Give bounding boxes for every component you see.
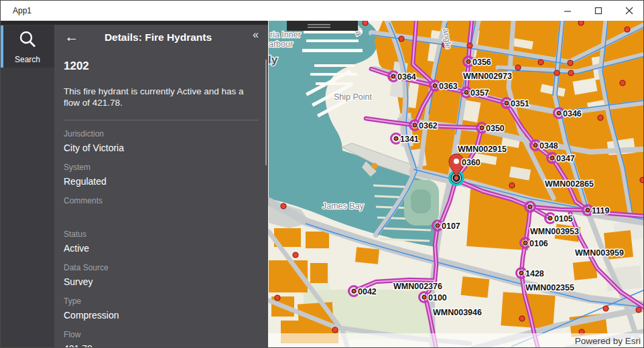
panel-title: Details: Fire Hydrants [81,31,235,44]
minimize-button[interactable] [552,1,583,21]
hydrant-label: 1119 [592,206,609,215]
collapse-panel-button[interactable]: « [253,29,259,41]
hydrant-label: 0363 [439,82,458,91]
hydrant-label: 0346 [563,109,582,118]
hydrant-label: 0347 [556,154,575,163]
divider [64,120,259,120]
main-label: WMN003946 [433,308,482,317]
field-comments: Comments [64,196,258,209]
field-label: Jurisdiction [64,129,258,139]
window-title: App1 [13,6,31,15]
place-label-ship-point: Ship Point [334,92,373,102]
park-inner [411,189,431,213]
field-label: Status [64,230,258,239]
maximize-icon [594,7,602,15]
map-view[interactable]: 0364 0356 0363 0357 0351 0346 0362 0350 … [268,21,644,348]
hydrant-label: 0356 [472,58,491,67]
field-system: System Regulated [64,163,258,187]
field-value: 421.78 [64,343,258,348]
hydrant-label: 1341 [400,135,419,144]
search-icon [1,29,54,52]
field-flow: Flow 421.78 [64,330,258,348]
field-data-source: Data Source Survey [64,263,258,287]
field-jurisdiction: Jurisdiction City of Victoria [64,129,258,153]
fuel-dock-marker [372,163,378,169]
main-label: WMN002915 [458,145,507,154]
nav-rail: Search [1,25,54,348]
map-overlay-handle[interactable] [287,21,358,31]
main-label: WMN002973 [463,72,512,81]
field-label: Comments [64,196,258,205]
hydrant-label: 1428 [525,269,544,278]
field-value: Regulated [64,176,258,187]
main-label: WMN002865 [545,179,594,189]
field-label: Data Source [64,263,258,272]
minimize-icon [564,7,572,15]
hydrant-label: 0107 [442,222,460,231]
hydrant-label: 0364 [397,72,416,82]
sidebar-item-search[interactable]: Search [1,25,54,68]
feature-id-heading: 1202 [64,60,89,73]
hydrant-label: 0348 [539,141,558,151]
place-label: arbour [269,39,293,49]
feature-description: This fire hydrant is currently Active an… [64,86,259,108]
hydrant-label: 0351 [511,99,529,108]
field-label: System [64,163,258,172]
field-status: Status Active [64,230,258,254]
maximize-button[interactable] [583,1,614,21]
main-label: WMN003959 [575,248,624,258]
main-label: WMN002376 [393,282,442,291]
field-type: Type Compression [64,296,258,321]
hydrant-label: 0105 [554,214,573,224]
hydrant-label: 0100 [428,293,447,302]
attribution-text: Powered by Esri [575,336,641,346]
field-value: Compression [64,310,258,321]
main-label: WMN003953 [530,227,579,236]
place-label-james-bay: James Bay [322,201,365,211]
hydrant-label: 0350 [486,124,505,133]
field-label: Type [64,296,258,306]
selected-hydrant-label: 0360 [462,158,480,167]
field-value: City of Victoria [64,143,258,153]
field-label: Flow [64,330,258,339]
field-value: Survey [64,276,258,287]
back-button[interactable]: ← [61,26,82,48]
main-label: WMN002355 [525,283,574,292]
hydrant-label: 0042 [358,287,377,296]
search-label: Search [1,55,54,64]
field-value: Active [64,243,258,254]
place-label: ria Inner [270,30,301,39]
close-button[interactable] [614,1,644,21]
app-window: App1 Search ← Details: Fire Hydrants [0,0,644,348]
hydrant-label: 0362 [419,121,438,130]
close-icon [625,7,633,15]
title-bar: App1 [1,1,644,21]
place-label: ly [268,54,278,66]
hydrant-label: 0357 [470,88,489,98]
panel-scrollbar[interactable] [265,60,267,165]
details-panel: ← Details: Fire Hydrants « 1202 This fir… [54,25,268,348]
hydrant-label: 0106 [529,239,548,248]
